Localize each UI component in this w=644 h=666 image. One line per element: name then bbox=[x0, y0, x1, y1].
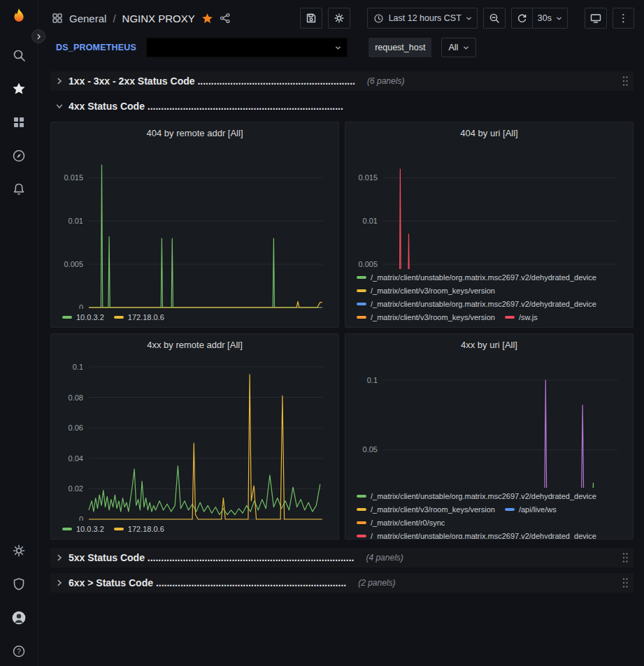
legend-series-label: /_matrix/client/unstable/org.matrix.msc2… bbox=[371, 273, 596, 282]
legend-item[interactable]: /api/live/ws bbox=[505, 504, 557, 515]
legend-item[interactable]: /_matrix/client/unstable/org.matrix.msc2… bbox=[357, 530, 596, 540]
chevron-right-icon bbox=[55, 77, 64, 85]
chart-canvas[interactable]: 00.0050.010.01508:0010:0012:0014:0016:00… bbox=[57, 142, 333, 309]
legend-item[interactable]: 172.18.0.6 bbox=[114, 523, 164, 535]
panel-title[interactable]: 4xx by remote addr [All] bbox=[57, 337, 333, 354]
share-icon[interactable] bbox=[220, 13, 231, 24]
favorite-star-icon[interactable] bbox=[201, 13, 213, 24]
chart-legend: 10.0.3.2172.18.0.6 bbox=[57, 309, 333, 323]
save-dashboard-button[interactable] bbox=[300, 8, 322, 29]
row-drag-handle[interactable] bbox=[622, 75, 629, 87]
row-title: 5xx Status Code ........................… bbox=[69, 552, 354, 563]
sidebar-top-nav bbox=[11, 48, 27, 197]
refresh-interval-picker[interactable]: 30s bbox=[532, 8, 568, 29]
legend-item[interactable]: /_matrix/client/v3/room_keys/version bbox=[357, 504, 495, 515]
legend-item[interactable]: /_matrix/client/unstable/org.matrix.msc2… bbox=[357, 491, 596, 502]
datasource-variable-label[interactable]: DS_PROMETHEUS bbox=[56, 43, 136, 52]
legend-item[interactable]: 172.18.0.6 bbox=[114, 312, 164, 323]
chart-legend: 10.0.3.2172.18.0.6 bbox=[57, 521, 333, 535]
row-drag-handle[interactable] bbox=[622, 577, 629, 589]
svg-text:0.08: 0.08 bbox=[69, 393, 83, 402]
legend-series-label: /_matrix/client/unstable/org.matrix.msc2… bbox=[371, 300, 596, 308]
panel-title[interactable]: 404 by uri [All] bbox=[351, 125, 627, 142]
legend-series-label: /_matrix/client/unstable/org.matrix.msc2… bbox=[371, 492, 596, 500]
sidebar-expand-button[interactable] bbox=[31, 29, 45, 43]
legend-item[interactable]: /_matrix/client/unstable/org.matrix.msc2… bbox=[357, 298, 596, 310]
apps-grid-icon[interactable] bbox=[51, 13, 63, 24]
row-title: 4xx Status Code ........................… bbox=[69, 101, 343, 112]
row-title: 6xx > Status Code ......................… bbox=[69, 577, 346, 588]
row-5xx[interactable]: 5xx Status Code ........................… bbox=[50, 548, 634, 567]
search-icon[interactable] bbox=[11, 48, 27, 63]
svg-text:0.04: 0.04 bbox=[69, 454, 83, 463]
sidebar-bottom-nav: ? bbox=[11, 543, 27, 659]
legend-item[interactable]: /_matrix/client/v3/room_keys/version bbox=[357, 312, 495, 323]
chevron-right-icon bbox=[55, 579, 64, 587]
main-area: General / NGINX PROXY bbox=[38, 0, 644, 666]
breadcrumb-section[interactable]: General bbox=[69, 13, 106, 24]
kebab-menu-icon[interactable]: ⋮ bbox=[613, 8, 634, 29]
dashboards-icon[interactable] bbox=[11, 115, 27, 130]
legend-item[interactable]: /_matrix/client/unstable/org.matrix.msc2… bbox=[357, 272, 596, 283]
legend-series-swatch bbox=[505, 316, 515, 319]
legend-series-swatch bbox=[357, 521, 366, 524]
user-avatar[interactable] bbox=[11, 610, 27, 625]
legend-series-swatch bbox=[357, 316, 366, 319]
chart-canvas[interactable]: 00.0050.010.01508:0010:0012:0014:0016:00… bbox=[351, 142, 627, 269]
variables-bar: DS_PROMETHEUS request_host All bbox=[38, 36, 644, 66]
request-host-picker[interactable]: All bbox=[441, 38, 476, 57]
legend-series-swatch bbox=[357, 535, 366, 537]
refresh-button[interactable] bbox=[511, 8, 533, 29]
alerting-bell-icon[interactable] bbox=[11, 182, 27, 197]
tv-mode-button[interactable] bbox=[585, 8, 607, 29]
legend-series-swatch bbox=[114, 528, 124, 530]
legend-series-label: /_matrix/client/unstable/org.matrix.msc2… bbox=[371, 532, 596, 540]
legend-item[interactable]: /sw.js bbox=[505, 312, 538, 323]
row-panel-count: (6 panels) bbox=[367, 76, 404, 86]
server-admin-shield-icon[interactable] bbox=[11, 577, 27, 592]
legend-series-swatch bbox=[357, 276, 366, 279]
datasource-variable-select[interactable] bbox=[146, 38, 348, 57]
time-range-picker[interactable]: Last 12 hours CST bbox=[367, 8, 478, 29]
legend-series-swatch bbox=[114, 316, 124, 319]
row-drag-handle[interactable] bbox=[622, 551, 629, 564]
dashboard-settings-button[interactable] bbox=[328, 8, 350, 29]
legend-series-label: 10.0.3.2 bbox=[76, 313, 104, 321]
navbar: General / NGINX PROXY bbox=[38, 0, 644, 36]
legend-series-label: 172.18.0.6 bbox=[128, 525, 164, 533]
row-6xx[interactable]: 6xx > Status Code ......................… bbox=[50, 573, 634, 593]
breadcrumb-separator: / bbox=[113, 13, 115, 24]
row-4xx[interactable]: 4xx Status Code ........................… bbox=[50, 96, 634, 116]
legend-item[interactable]: /_matrix/client/r0/sync bbox=[357, 517, 445, 528]
svg-text:0.01: 0.01 bbox=[363, 217, 378, 225]
legend-series-swatch bbox=[357, 289, 366, 292]
panel-title[interactable]: 4xx by uri [All] bbox=[351, 337, 627, 354]
legend-series-swatch bbox=[357, 303, 366, 305]
legend-item[interactable]: 10.0.3.2 bbox=[62, 312, 104, 323]
legend-series-label: 10.0.3.2 bbox=[76, 525, 104, 533]
request-host-label: request_host bbox=[368, 38, 431, 57]
legend-item[interactable]: /_matrix/client/v3/room_keys/version bbox=[357, 285, 495, 296]
dashboard-title[interactable]: NGINX PROXY bbox=[122, 13, 195, 24]
panel-4xx-by-uri: 4xx by uri [All] 00.050.108:0010:0012:00… bbox=[345, 333, 634, 540]
chevron-down-icon bbox=[463, 45, 469, 51]
panel-4xx-by-remote-addr: 4xx by remote addr [All] 00.020.040.060.… bbox=[50, 333, 339, 540]
chevron-right-icon bbox=[55, 553, 64, 562]
panel-404-by-uri: 404 by uri [All] 00.0050.010.01508:0010:… bbox=[345, 122, 634, 328]
legend-item[interactable]: 10.0.3.2 bbox=[62, 523, 104, 535]
grafana-logo[interactable] bbox=[6, 6, 31, 31]
row-1xx-3xx-2xx[interactable]: 1xx - 3xx - 2xx Status Code ............… bbox=[50, 71, 634, 91]
chart-canvas[interactable]: 00.050.108:0010:0012:0014:0016:0018:00 bbox=[351, 354, 627, 488]
sidebar: ? bbox=[0, 0, 38, 666]
svg-text:0.015: 0.015 bbox=[64, 173, 83, 182]
explore-compass-icon[interactable] bbox=[11, 148, 27, 164]
legend-series-swatch bbox=[357, 508, 366, 511]
dashboard-body: 1xx - 3xx - 2xx Status Code ............… bbox=[38, 66, 644, 666]
zoom-out-button[interactable] bbox=[483, 8, 506, 29]
starred-icon[interactable] bbox=[11, 81, 27, 96]
configuration-gear-icon[interactable] bbox=[11, 543, 27, 558]
help-icon[interactable]: ? bbox=[11, 644, 27, 659]
svg-text:0.005: 0.005 bbox=[358, 260, 378, 268]
chart-canvas[interactable]: 00.020.040.060.080.108:0010:0012:0014:00… bbox=[57, 354, 333, 521]
panel-title[interactable]: 404 by remote addr [All] bbox=[57, 125, 333, 142]
